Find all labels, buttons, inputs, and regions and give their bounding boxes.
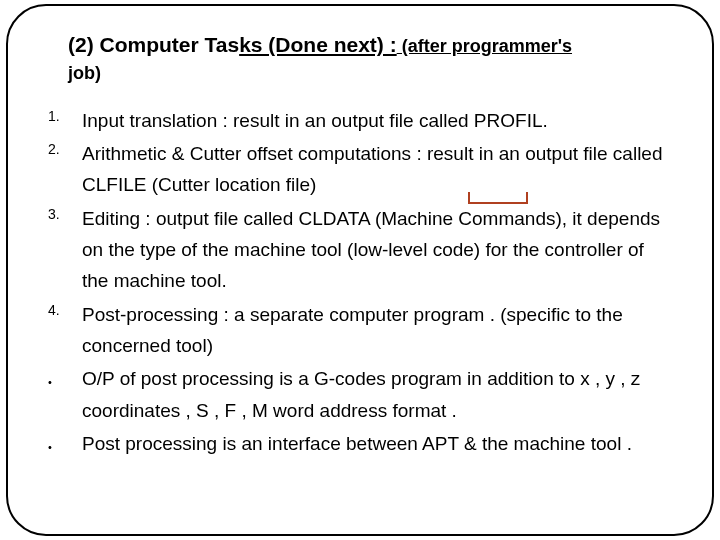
list-text: Editing : output file called CLDATA (Mac… <box>82 208 660 292</box>
list-item: 1. Input translation : result in an outp… <box>82 105 672 136</box>
list-text: Post-processing : a separate computer pr… <box>82 304 623 356</box>
list-text: O/P of post processing is a G-codes prog… <box>82 368 640 420</box>
heading-underlined: ks (Done next) : <box>239 33 397 56</box>
slide-frame: (2) Computer Tasks (Done next) : (after … <box>6 4 714 536</box>
heading-job: job) <box>68 61 672 86</box>
list-marker: 1. <box>48 105 60 128</box>
list-item: • Post processing is an interface betwee… <box>82 428 672 459</box>
annotation-bracket <box>468 192 528 204</box>
list-marker: 4. <box>48 299 60 322</box>
bullet-marker: • <box>48 373 52 391</box>
task-list: 1. Input translation : result in an outp… <box>48 105 672 460</box>
list-item: 4. Post-processing : a separate computer… <box>82 299 672 362</box>
heading-paren: (after programmer's <box>397 36 572 56</box>
list-text: Arithmetic & Cutter offset computations … <box>82 143 663 195</box>
list-item: • O/P of post processing is a G-codes pr… <box>82 363 672 426</box>
bullet-marker: • <box>48 438 52 456</box>
list-item: 2. Arithmetic & Cutter offset computatio… <box>82 138 672 201</box>
list-marker: 2. <box>48 138 60 161</box>
heading-prefix: (2) Computer Tas <box>68 33 239 56</box>
slide-heading: (2) Computer Tasks (Done next) : (after … <box>68 30 672 87</box>
list-text: Input translation : result in an output … <box>82 110 548 131</box>
list-item: 3. Editing : output file called CLDATA (… <box>82 203 672 297</box>
list-marker: 3. <box>48 203 60 226</box>
list-text: Post processing is an interface between … <box>82 433 632 454</box>
